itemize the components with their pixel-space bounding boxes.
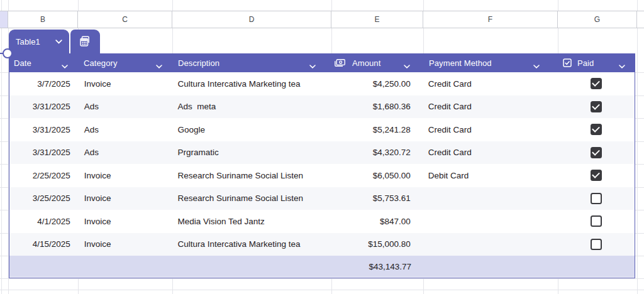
cell-description[interactable]: Research Suriname Social Listen xyxy=(173,187,331,210)
paid-checkbox[interactable] xyxy=(591,101,602,112)
cell-paid[interactable] xyxy=(557,233,635,256)
cell-category[interactable]: Ads xyxy=(79,141,173,165)
column-header-h-sliver[interactable] xyxy=(637,11,644,28)
header-label: Description xyxy=(178,58,219,68)
cell-description[interactable]: Media Vision Ted Jantz xyxy=(173,210,331,233)
table-selection-handle[interactable] xyxy=(3,48,13,58)
cell-description[interactable]: Research Suriname Social Listen xyxy=(173,164,331,187)
cell-description[interactable]: Cultura Intercativa Marketing tea xyxy=(173,233,331,256)
paid-checkbox[interactable] xyxy=(591,78,602,89)
header-category[interactable]: Category xyxy=(79,53,173,72)
table-row: 3/7/2025 Invoice Cultura Intercativa Mar… xyxy=(9,72,635,95)
checkbox-icon xyxy=(563,58,572,67)
column-letter: D xyxy=(249,15,255,24)
table-total-row: $43,143.77 xyxy=(9,256,635,277)
table-name-label: Table1 xyxy=(16,37,40,46)
header-date[interactable]: Date xyxy=(9,53,79,72)
paid-checkbox[interactable] xyxy=(591,124,602,135)
cell-date[interactable]: 3/7/2025 xyxy=(9,72,79,95)
header-payment-method[interactable]: Payment Method xyxy=(424,53,558,72)
table-chip-icon xyxy=(79,36,91,47)
cell-paid[interactable] xyxy=(557,164,635,187)
header-paid[interactable]: Paid xyxy=(558,53,636,72)
column-header-a-sliver[interactable] xyxy=(0,11,8,28)
chevron-down-icon[interactable] xyxy=(156,61,162,70)
cell-amount[interactable]: $15,000.80 xyxy=(331,233,423,256)
column-header-d[interactable]: D xyxy=(172,11,331,28)
cell-amount[interactable]: $5,753.61 xyxy=(331,187,423,210)
cell-category[interactable]: Invoice xyxy=(79,187,173,210)
cell-payment-method[interactable]: Credit Card xyxy=(423,141,558,165)
column-letter: C xyxy=(122,15,128,24)
cell-paid[interactable] xyxy=(557,210,635,233)
cell-description[interactable]: Cultura Intercativa Marketing tea xyxy=(173,72,331,95)
paid-checkbox[interactable] xyxy=(591,170,602,181)
cell-paid[interactable] xyxy=(557,95,635,119)
header-label: Category xyxy=(84,58,118,68)
total-amount-cell[interactable]: $43,143.77 xyxy=(332,256,424,277)
column-header-b[interactable]: B xyxy=(8,11,78,28)
cell-date[interactable]: 4/1/2025 xyxy=(9,210,79,233)
table-body: 3/7/2025 Invoice Cultura Intercativa Mar… xyxy=(9,72,635,256)
cell-amount[interactable]: $4,250.00 xyxy=(331,72,423,95)
cell-amount[interactable]: $4,320.72 xyxy=(331,141,423,165)
header-label: Date xyxy=(14,58,31,68)
table-name-button[interactable]: Table1 xyxy=(9,30,69,53)
cell-payment-method[interactable]: Credit Card xyxy=(423,118,558,141)
cell-category[interactable]: Ads xyxy=(79,95,173,119)
column-header-e[interactable]: E xyxy=(331,11,423,28)
cell-paid[interactable] xyxy=(557,118,635,141)
cell-payment-method[interactable] xyxy=(423,233,558,256)
cell-paid[interactable] xyxy=(557,72,635,95)
cell-description[interactable]: Ads meta xyxy=(173,95,331,119)
cell-category[interactable]: Ads xyxy=(79,118,173,141)
chevron-down-icon[interactable] xyxy=(62,61,68,70)
cell-date[interactable]: 3/25/2025 xyxy=(9,187,79,210)
table-row: 4/1/2025 Invoice Media Vision Ted Jantz … xyxy=(9,210,635,233)
table-header-row: Date Category Description Am xyxy=(9,53,635,72)
cell-amount[interactable]: $1,680.36 xyxy=(331,95,423,119)
cell-description[interactable]: Google xyxy=(173,118,331,141)
cell-paid[interactable] xyxy=(557,141,635,165)
cell-date[interactable]: 3/31/2025 xyxy=(9,95,79,119)
paid-checkbox[interactable] xyxy=(591,215,602,227)
gridline xyxy=(0,290,644,290)
currency-icon xyxy=(335,59,345,67)
cell-payment-method[interactable]: Credit Card xyxy=(423,95,558,119)
cell-date[interactable]: 3/31/2025 xyxy=(9,118,79,141)
chevron-down-icon[interactable] xyxy=(309,61,316,70)
paid-checkbox[interactable] xyxy=(591,239,602,250)
paid-checkbox[interactable] xyxy=(591,193,602,204)
column-header-c[interactable]: C xyxy=(78,11,172,28)
cell-amount[interactable]: $6,050.00 xyxy=(331,164,423,187)
cell-category[interactable]: Invoice xyxy=(79,233,173,256)
paid-checkbox[interactable] xyxy=(591,147,602,158)
column-header-f[interactable]: F xyxy=(423,11,558,28)
cell-category[interactable]: Invoice xyxy=(79,210,173,233)
chevron-down-icon[interactable] xyxy=(533,61,540,70)
header-description[interactable]: Description xyxy=(173,53,332,72)
cell-paid[interactable] xyxy=(557,187,635,210)
header-label: Paid xyxy=(577,58,594,68)
header-amount[interactable]: Amount xyxy=(332,53,424,72)
cell-category[interactable]: Invoice xyxy=(79,164,173,187)
cell-description[interactable]: Prgramatic xyxy=(173,141,331,165)
cell-payment-method[interactable] xyxy=(423,210,558,233)
cell-category[interactable]: Invoice xyxy=(79,72,173,95)
cell-payment-method[interactable]: Credit Card xyxy=(423,72,558,95)
table-options-button[interactable] xyxy=(70,30,100,53)
table1: Date Category Description Am xyxy=(9,53,635,278)
chevron-down-icon[interactable] xyxy=(619,61,625,70)
column-letter: B xyxy=(40,15,45,24)
cell-date[interactable]: 4/15/2025 xyxy=(9,233,79,256)
cell-amount[interactable]: $5,241.28 xyxy=(331,118,423,141)
cell-date[interactable]: 2/25/2025 xyxy=(9,164,79,187)
cell-payment-method[interactable]: Debit Card xyxy=(423,164,558,187)
cell-date[interactable]: 3/31/2025 xyxy=(9,141,79,165)
cell-payment-method[interactable] xyxy=(423,187,558,210)
chevron-down-icon[interactable] xyxy=(55,40,62,44)
cell-amount[interactable]: $847.00 xyxy=(331,210,423,233)
gridline xyxy=(1,0,2,294)
chevron-down-icon[interactable] xyxy=(404,61,410,70)
column-header-g[interactable]: G xyxy=(558,11,637,28)
